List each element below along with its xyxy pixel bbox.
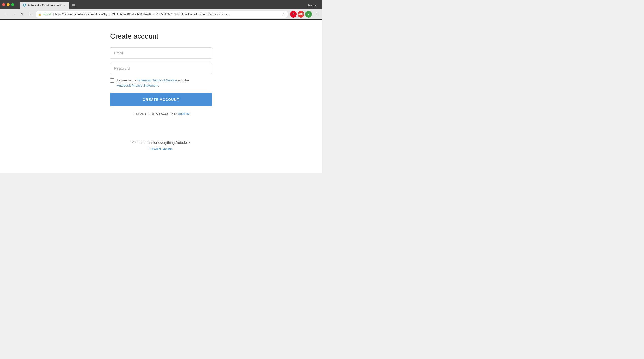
new-tab-button[interactable] bbox=[70, 3, 77, 9]
page-title: Create account bbox=[110, 32, 158, 40]
footer-section: Your account for everything Autodesk LEA… bbox=[132, 141, 190, 151]
title-bar: Autodesk - Create Account × Randi bbox=[0, 0, 322, 9]
back-button[interactable]: ← bbox=[2, 11, 9, 18]
browser-chrome: Autodesk - Create Account × Randi ← → ↻ … bbox=[0, 0, 322, 20]
maximize-window-button[interactable] bbox=[11, 3, 14, 6]
minimize-window-button[interactable] bbox=[7, 3, 10, 6]
address-url: https://accounts.autodesk.com/User/SignU… bbox=[55, 13, 230, 16]
tinkercad-terms-link[interactable]: Tinkercad Terms of Service bbox=[137, 78, 177, 82]
terms-checkbox[interactable] bbox=[110, 78, 114, 83]
home-button[interactable]: ⌂ bbox=[26, 11, 34, 18]
bookmark-icon[interactable]: ☆ bbox=[282, 12, 285, 16]
user-name: Randi bbox=[308, 4, 318, 9]
learn-more-link[interactable]: LEARN MORE bbox=[150, 148, 173, 151]
traffic-lights bbox=[2, 3, 14, 6]
nav-buttons: ← → ↻ ⌂ bbox=[2, 11, 34, 18]
reload-button[interactable]: ↻ bbox=[18, 11, 25, 18]
address-separator: | bbox=[53, 13, 54, 16]
forward-button[interactable]: → bbox=[10, 11, 17, 18]
lock-icon: 🔒 bbox=[38, 13, 41, 16]
terms-row: I agree to the Tinkercad Terms of Servic… bbox=[110, 78, 212, 88]
address-bar-row: ← → ↻ ⌂ 🔒 Secure | https://accounts.auto… bbox=[0, 9, 322, 19]
form-container: Create account I agree to the Tinkercad … bbox=[110, 32, 212, 125]
email-field[interactable] bbox=[110, 47, 212, 59]
tab-close-button[interactable]: × bbox=[63, 3, 66, 7]
check-extension[interactable]: ✓ bbox=[305, 11, 312, 18]
address-bar[interactable]: 🔒 Secure | https://accounts.autodesk.com… bbox=[36, 11, 288, 18]
svg-rect-0 bbox=[72, 4, 75, 6]
abp-extension[interactable]: ABP bbox=[298, 11, 304, 18]
tab-favicon bbox=[23, 3, 26, 7]
secure-label: Secure bbox=[43, 13, 52, 16]
close-window-button[interactable] bbox=[2, 3, 5, 6]
footer-text: Your account for everything Autodesk bbox=[132, 141, 190, 145]
pinterest-extension[interactable]: P bbox=[290, 11, 297, 18]
already-have-account-text: ALREADY HAVE AN ACCOUNT? bbox=[133, 112, 177, 115]
page-content: Create account I agree to the Tinkercad … bbox=[0, 20, 322, 173]
terms-text: I agree to the Tinkercad Terms of Servic… bbox=[117, 78, 189, 88]
privacy-statement-link[interactable]: Autodesk Privacy Statement bbox=[117, 84, 158, 87]
tab-title: Autodesk - Create Account bbox=[28, 4, 61, 7]
create-account-button[interactable]: CREATE ACCOUNT bbox=[110, 93, 212, 106]
browser-menu-button[interactable]: ⋮ bbox=[314, 11, 320, 18]
extensions-area: P ABP ✓ bbox=[290, 11, 312, 18]
active-tab[interactable]: Autodesk - Create Account × bbox=[20, 2, 69, 9]
password-field[interactable] bbox=[110, 63, 212, 74]
signin-row: ALREADY HAVE AN ACCOUNT? SIGN IN bbox=[110, 112, 212, 115]
tab-bar: Autodesk - Create Account × Randi bbox=[18, 2, 320, 9]
sign-in-link[interactable]: SIGN IN bbox=[178, 112, 189, 115]
